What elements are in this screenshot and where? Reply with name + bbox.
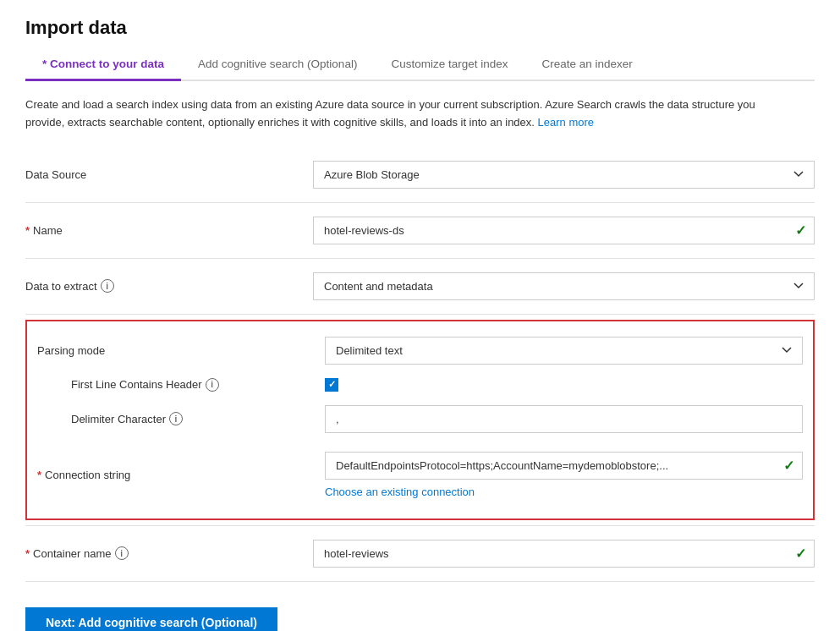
name-control: ✓ — [313, 217, 815, 244]
learn-more-link[interactable]: Learn more — [538, 116, 594, 129]
name-required-star: * — [25, 224, 30, 237]
data-extract-row: Data to extract i Content and metadata — [25, 264, 815, 309]
parsing-mode-control: Delimited text — [325, 337, 803, 365]
tab-cognitive-label: Add cognitive search (Optional) — [198, 58, 357, 70]
delimiter-control — [325, 405, 803, 433]
parsing-mode-row: Parsing mode Delimited text — [37, 330, 803, 371]
parsing-mode-select[interactable]: Delimited text — [325, 337, 803, 365]
red-border-section: Parsing mode Delimited text First Line C… — [25, 320, 815, 520]
divider-3 — [25, 314, 815, 315]
conn-input-row: ✓ — [325, 452, 803, 480]
first-line-info-icon[interactable]: i — [206, 378, 219, 392]
delimiter-input[interactable] — [325, 405, 803, 433]
divider-1 — [25, 202, 815, 203]
page-container: Import data Connect to your data Add cog… — [0, 0, 840, 631]
conn-required-star: * — [37, 469, 41, 481]
data-source-select[interactable]: Azure Blob Storage — [313, 161, 815, 189]
container-name-label: * Container name i — [25, 546, 313, 560]
connection-string-label: * Connection string — [37, 469, 325, 481]
form-section: Data Source Azure Blob Storage * Name ✓ — [25, 152, 815, 587]
container-name-control: ✓ — [313, 540, 815, 568]
first-line-label: First Line Contains Header i — [37, 378, 325, 392]
next-button[interactable]: Next: Add cognitive search (Optional) — [25, 607, 277, 631]
parsing-mode-label: Parsing mode — [37, 344, 325, 357]
divider-4 — [25, 525, 815, 526]
connection-string-control: ✓ Choose an existing connection — [325, 452, 803, 498]
container-name-input[interactable] — [313, 540, 815, 568]
tab-connect-label: Connect to your data — [50, 58, 164, 70]
data-extract-control: Content and metadata — [313, 272, 815, 300]
tab-index-label: Customize target index — [391, 58, 508, 70]
name-check-icon: ✓ — [795, 222, 806, 239]
tab-cognitive[interactable]: Add cognitive search (Optional) — [181, 49, 374, 80]
name-label: * Name — [25, 224, 313, 237]
name-row: * Name ✓ — [25, 208, 815, 253]
tab-connect[interactable]: Connect to your data — [25, 49, 181, 81]
container-check-icon: ✓ — [795, 546, 806, 562]
conn-check-icon: ✓ — [783, 458, 794, 474]
connection-string-input[interactable] — [325, 452, 803, 480]
delimiter-info-icon[interactable]: i — [169, 412, 183, 425]
data-source-control: Azure Blob Storage — [313, 161, 815, 189]
name-input[interactable] — [313, 217, 815, 244]
tab-indexer-label: Create an indexer — [541, 58, 632, 70]
tab-indexer[interactable]: Create an indexer — [524, 49, 649, 80]
description-text: Create and load a search index using dat… — [25, 96, 787, 132]
container-info-icon[interactable]: i — [115, 546, 129, 560]
container-name-row: * Container name i ✓ — [25, 531, 815, 576]
red-section-inner: Parsing mode Delimited text First Line C… — [27, 330, 813, 510]
divider-2 — [25, 258, 815, 259]
connection-string-row: * Connection string ✓ Choose an existing… — [37, 445, 803, 505]
first-line-row: First Line Contains Header i — [37, 371, 803, 398]
name-input-wrapper: ✓ — [313, 217, 815, 244]
page-title: Import data — [25, 17, 815, 39]
data-source-label: Data Source — [25, 168, 313, 181]
first-line-checkbox-wrapper — [325, 378, 803, 392]
container-input-wrapper: ✓ — [313, 540, 815, 568]
choose-connection-link[interactable]: Choose an existing connection — [325, 486, 475, 498]
delimiter-row: Delimiter Character i — [37, 398, 803, 440]
first-line-control — [325, 378, 803, 392]
data-source-row: Data Source Azure Blob Storage — [25, 152, 815, 197]
data-extract-select[interactable]: Content and metadata — [313, 272, 815, 300]
divider-5 — [25, 581, 815, 582]
first-line-checkbox[interactable] — [325, 378, 338, 392]
tab-bar: Connect to your data Add cognitive searc… — [25, 49, 815, 81]
delimiter-label: Delimiter Character i — [37, 412, 325, 425]
data-extract-label: Data to extract i — [25, 279, 313, 293]
container-required-star: * — [25, 547, 30, 560]
data-extract-info-icon[interactable]: i — [101, 279, 114, 293]
tab-index[interactable]: Customize target index — [374, 49, 524, 80]
